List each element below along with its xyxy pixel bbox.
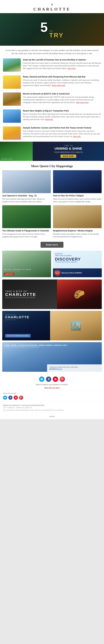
article-item-3: Munch on Brunch at ROOTS Cafe in South E… [0,91,104,108]
grid-title-4: Neighborhood Explorer: Wesley Heights [53,229,102,232]
footer-manage-link[interactable]: Manage your preferences [3,404,20,406]
header-title: CHARLOTTE [0,7,104,12]
article-link-3[interactable]: View menu here [76,102,89,104]
footer-optout-link[interactable]: Opt out using OneClickunsubscribe [21,404,44,406]
footer-address: 121 E. College St., Charlotte, NC 28201 … [3,406,101,409]
discovery-title: DISCOVERY [55,257,100,261]
empire-top-label: EMPIRE LANDINGS [4,253,49,254]
article-title-5: Sample Authentic Cuisine and Patries fro… [23,126,101,129]
discovery-ad[interactable]: inspiration Take a trip to wonder DISCOV… [53,251,102,277]
morrisville-link[interactable]: MORRISVILLE [49,368,100,370]
grid-item-3: The Ultimate Guide to Playgrounds in Cha… [2,205,51,238]
grid-img-3 [2,205,51,228]
ad-banners-row: EMPIRE LANDINGS AT NODA EMPIRE LANDINGS … [0,251,104,280]
share-facebook-icon[interactable] [8,396,13,400]
queen-city-heading: More Queen City Happenings [0,161,104,170]
articles-list: Soak Up the Last Bit of Summer Sun at Au… [0,57,104,142]
city-guide-button[interactable]: Get a Free Charlotte City Guide. [5,334,31,338]
intro-section: As we start to say goodbye to summer, th… [0,46,104,57]
take-bite-banner: TAKE A BITE OF CHARLOTTE FOOD & DRINK AD… [2,280,102,309]
article-img-3 [3,92,21,106]
article-content-4: Reach New Heights at Big Air Trampoline … [23,110,101,123]
morrisville-text: Finding your perfect self is just a clic… [49,366,100,368]
city-guide-right-image [50,311,102,340]
article-link-2[interactable]: Book online here [52,84,65,86]
share-instagram-icon[interactable] [19,396,23,400]
grid-title-3: The Ultimate Guide to Playgrounds in Cha… [2,229,51,232]
empire-learn-more[interactable]: Learn more [4,273,14,276]
twitter-icon[interactable] [39,376,44,382]
article-title-3: Munch on Brunch at ROOTS Cafe in South E… [23,92,101,95]
banner-weekend-label: YOUR WEEKEND STAY AWAITS [36,151,101,153]
article-title-2: Relax, Rewind and Reset with Pampering f… [23,76,101,78]
read-more-section: Read more [0,240,104,251]
article-content-1: Soak Up the Last Bit of Summer Sun at Au… [23,58,101,72]
lake-tagline: FINDING YOUR PERFECT SELF IS JUST A CLIC… [5,346,99,348]
footer: Manage your preferences | Opt out using … [0,402,104,414]
article-link-4[interactable]: More info. [45,118,53,120]
banner-time-label: TIME TO [36,144,101,147]
article-link-1[interactable]: View more [67,68,76,70]
discovery-logo: DiscoveryPlace [54,270,60,276]
banner-charlotte-label: CHARLOTTE [1,158,13,160]
lake-banner: LAKE LOVER. FLAVOR AFICIONADO. SPEED DEM… [2,342,102,372]
city-guide-title: CHARLOTTE [5,315,47,319]
emma-footer: emma [0,414,104,419]
article-content-2: Relax, Rewind and Reset with Pampering f… [23,76,101,89]
social-icons [0,376,104,382]
article-desc-1: Follow the glow five stories high to a b… [23,62,101,70]
emma-logo: emma [2,415,102,418]
grid-desc-4: Beautiful homes and skyline views combin… [53,233,102,238]
footer-unsubscribe: You received this email to (unsubscribe … [3,409,101,412]
article-img-2 [3,76,21,89]
facebook-icon[interactable] [46,376,51,382]
city-guide-label: QUEEN CITY [5,314,47,315]
pinterest-icon[interactable] [53,376,58,382]
lake-header-text: LAKE LOVER. FLAVOR AFICIONADO. SPEED DEM… [5,344,99,346]
article-item-1: Soak Up the Last Bit of Summer Sun at Au… [0,57,104,74]
discovery-sub: YOUR DISCOVERY AWAITS [55,261,100,263]
article-content-3: Munch on Brunch at ROOTS Cafe in South E… [23,92,101,106]
article-title-1: Soak Up the Last Bit of Summer Sun at Au… [23,58,101,61]
article-desc-4: Big Air Trampoline Park offers high-flyi… [23,113,101,121]
grid-title-1: Just Opened in Charlotte - Aug. '21 [2,194,51,197]
social-section: Want to feature your business in events?… [0,374,104,390]
share-twitter-icon[interactable] [3,396,7,400]
crown-icon: ♛ [0,3,104,6]
article-img-4 [3,110,21,123]
banner-book-button[interactable]: BOOK NOW [61,154,76,158]
header: ♛ CHARLOTTE [0,0,104,13]
bite-subtitle: FOOD & DRINK ADVENTURES [5,297,54,298]
hero-five-banner: 5 TO TRY [0,13,104,46]
social-event-text: Want to feature your business in events? [0,384,104,386]
share-section: Share this email: [0,390,104,402]
article-item-5: Sample Authentic Cuisine and Patries fro… [0,125,104,142]
hero-try-label: TRY [49,32,64,38]
bite-left: TAKE A BITE OF CHARLOTTE FOOD & DRINK AD… [2,287,57,301]
city-guide-top: QUEEN CITY CHARLOTTE QUEEN CITY [5,314,47,320]
article-item-2: Relax, Rewind and Reset with Pampering f… [0,74,104,91]
grid-desc-2: Make the most of football season with a … [53,198,102,203]
article-desc-2: Choose your style of manicure (either do… [23,79,101,87]
article-link-5[interactable]: More info. [73,136,81,138]
queen-city-grid: Just Opened in Charlotte - Aug. '21 The … [0,170,104,240]
bite-food-image [57,280,102,309]
article-img-cafe [3,92,21,106]
article-item-4: Reach New Heights at Big Air Trampoline … [0,108,104,125]
read-more-button[interactable]: Read more [40,242,63,248]
banner-right-content: TIME TO UNWIND & SHINE YOUR WEEKEND STAY… [33,142,104,160]
empire-ad[interactable]: EMPIRE LANDINGS AT NODA EMPIRE LANDINGS … [2,251,51,277]
social-work-link[interactable]: Work with our team [44,387,60,389]
city-guide-left: QUEEN CITY CHARLOTTE QUEEN CITY Get a Fr… [2,311,50,340]
discovery-inner-text: Discovery Place SCIENCE [62,272,82,274]
article-img-trampoline [3,110,21,123]
grid-img-2 [53,170,102,193]
discovery-inner: DiscoveryPlace Discovery Place SCIENCE [53,268,102,277]
hero-text: 5 TO TRY [40,20,64,38]
share-pinterest-icon[interactable] [14,396,18,400]
banner-left-image: CHARLOTTE [0,142,33,161]
city-guide-queen: QUEEN CITY [5,319,47,320]
article-content-5: Sample Authentic Cuisine and Patries fro… [23,126,101,140]
morrisville-box: Finding your perfect self is just a clic… [47,364,102,372]
instagram-icon[interactable] [60,376,65,382]
